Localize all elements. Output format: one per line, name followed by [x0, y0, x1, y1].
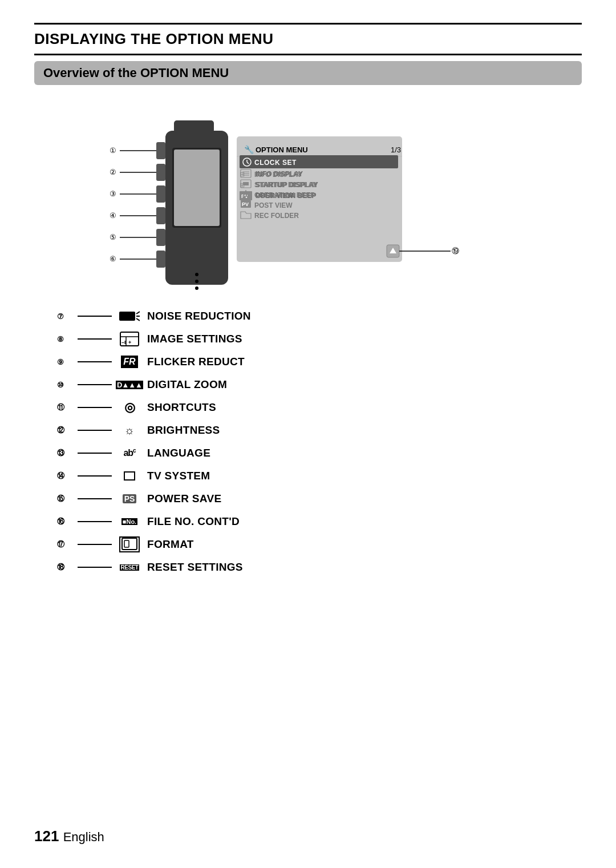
- list-item: ⑧ –I + IMAGE SETTINGS: [57, 330, 582, 348]
- svg-rect-3: [156, 164, 165, 181]
- svg-text:OPERATION BEEP: OPERATION BEEP: [254, 191, 315, 199]
- list-item: ⑫ ☼ BRIGHTNESS: [57, 422, 582, 439]
- power-save-icon: PS: [119, 490, 140, 507]
- item-num: ⑫: [57, 425, 78, 435]
- item-num: ⑧: [57, 335, 78, 344]
- file-no-icon: ■No.: [119, 513, 140, 530]
- brightness-icon: ☼: [119, 422, 140, 439]
- svg-rect-78: [124, 540, 129, 547]
- list-item: ⑩ D▲▲▲ DIGITAL ZOOM: [57, 376, 582, 393]
- svg-text:OPTION MENU: OPTION MENU: [256, 146, 308, 154]
- item-label: RESET SETTINGS: [147, 561, 243, 574]
- svg-rect-68: [119, 312, 135, 321]
- item-label: FLICKER REDUCT: [147, 356, 245, 368]
- list-item: ⑬ abc LANGUAGE: [57, 445, 582, 462]
- list-item: ⑪ ◎ SHORTCUTS: [57, 399, 582, 416]
- section-title: DISPLAYING THE OPTION MENU: [34, 23, 582, 55]
- list-item: ⑨ FR FLICKER REDUCT: [57, 353, 582, 370]
- svg-text:④: ④: [110, 211, 116, 220]
- item-num: ⑪: [57, 402, 78, 413]
- list-item: ⑦ NOISE REDUCTION: [57, 308, 582, 325]
- svg-text:③: ③: [110, 189, 116, 198]
- item-label: FILE NO. CONT'D: [147, 515, 240, 528]
- svg-text:PV: PV: [242, 201, 249, 207]
- svg-rect-5: [156, 207, 165, 224]
- svg-rect-9: [174, 150, 220, 226]
- item-label: SHORTCUTS: [147, 401, 216, 414]
- svg-text:–I: –I: [121, 340, 126, 345]
- svg-point-47: [195, 280, 198, 283]
- diagram-area: 🔧 OPTION MENU 1/3 CLOCK SET ⊟ INFO DISPL…: [34, 102, 582, 296]
- list-item: ⑭ TV SYSTEM: [57, 467, 582, 485]
- svg-line-71: [136, 318, 140, 321]
- svg-text:🔧: 🔧: [244, 145, 254, 155]
- item-label: IMAGE SETTINGS: [147, 333, 242, 345]
- item-label: LANGUAGE: [147, 447, 210, 459]
- reset-icon: RESET: [119, 559, 140, 576]
- svg-text:⑤: ⑤: [110, 233, 116, 241]
- item-label: NOISE REDUCTION: [147, 310, 251, 322]
- item-label: TV SYSTEM: [147, 470, 210, 482]
- noise-icon: [119, 308, 140, 325]
- item-num: ⑬: [57, 448, 78, 458]
- svg-rect-60: [243, 182, 249, 185]
- svg-point-48: [195, 286, 198, 290]
- svg-rect-2: [156, 142, 165, 159]
- list-item: ⑯ ■No. FILE NO. CONT'D: [57, 513, 582, 530]
- page-number: 121 English: [34, 827, 104, 845]
- svg-line-69: [136, 312, 140, 314]
- items-list: ⑦ NOISE REDUCTION ⑧ –I: [34, 308, 582, 576]
- format-icon: [119, 536, 140, 553]
- item-num: ⑨: [57, 358, 78, 366]
- item-label: FORMAT: [147, 538, 194, 551]
- item-num: ⑱: [57, 562, 78, 572]
- list-item: ⑮ PS POWER SAVE: [57, 490, 582, 507]
- item-num: ⑯: [57, 516, 78, 527]
- item-label: POWER SAVE: [147, 492, 221, 505]
- item-num: ⑦: [57, 312, 78, 321]
- digital-zoom-icon: D▲▲▲: [119, 376, 140, 393]
- item-label: DIGITAL ZOOM: [147, 378, 227, 391]
- svg-text:⑥: ⑥: [110, 255, 116, 263]
- item-num: ⑩: [57, 381, 78, 389]
- subsection-title: Overview of the OPTION MENU: [34, 61, 582, 85]
- tv-system-icon: [119, 467, 140, 485]
- svg-rect-6: [156, 229, 165, 246]
- svg-point-46: [195, 273, 198, 276]
- list-item: ⑰ FORMAT: [57, 536, 582, 553]
- flicker-icon: FR: [119, 353, 140, 370]
- svg-rect-1: [174, 120, 214, 133]
- item-num: ⑮: [57, 494, 78, 504]
- svg-text:②: ②: [110, 168, 116, 176]
- svg-rect-4: [156, 185, 165, 203]
- svg-text:⑲: ⑲: [452, 247, 459, 255]
- svg-text:1/3: 1/3: [391, 146, 401, 154]
- svg-text:+: +: [128, 340, 131, 345]
- svg-rect-7: [156, 251, 165, 268]
- svg-text:POST VIEW: POST VIEW: [254, 201, 293, 209]
- svg-text:REC FOLDER: REC FOLDER: [254, 212, 299, 220]
- item-num: ⑰: [57, 539, 78, 550]
- svg-text:INFO DISPLAY: INFO DISPLAY: [254, 171, 302, 179]
- list-item: ⑱ RESET RESET SETTINGS: [57, 559, 582, 576]
- item-label: BRIGHTNESS: [147, 424, 220, 437]
- item-num: ⑭: [57, 471, 78, 481]
- shortcuts-icon: ◎: [119, 399, 140, 416]
- image-settings-icon: –I +: [119, 330, 140, 348]
- svg-text:CLOCK SET: CLOCK SET: [254, 159, 297, 167]
- svg-text:①: ①: [110, 146, 116, 155]
- svg-text:STARTUP DISPLAY: STARTUP DISPLAY: [254, 181, 317, 189]
- language-icon: abc: [119, 445, 140, 462]
